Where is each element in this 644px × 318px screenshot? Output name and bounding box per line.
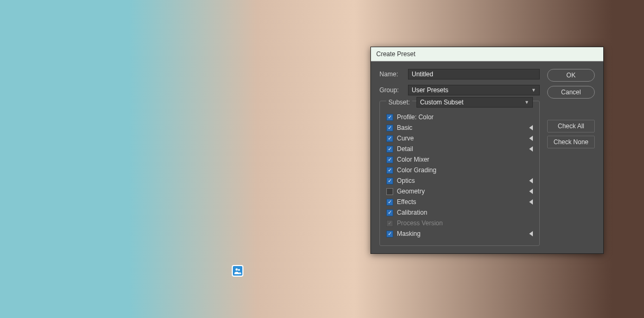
subset-item: ✓Basic [386, 122, 533, 133]
subset-select[interactable]: Custom Subset ▼ [416, 97, 533, 108]
subset-item: ✓Process Version [386, 218, 533, 228]
subset-checkbox[interactable]: ✓ [386, 146, 393, 153]
expand-triangle-icon[interactable] [529, 178, 533, 183]
subset-item-label: Optics [397, 177, 415, 184]
subset-item: ✓Color Mixer [386, 154, 533, 165]
cancel-button[interactable]: Cancel [547, 86, 595, 99]
subset-fieldset: Subset: Custom Subset ▼ ✓Profile: Color✓… [379, 101, 540, 246]
chevron-down-icon: ▼ [531, 87, 536, 93]
subset-checkbox[interactable]: ✓ [386, 125, 393, 131]
subset-item-label: Process Version [397, 219, 443, 227]
subset-item-label: Effects [397, 198, 416, 206]
expand-triangle-icon[interactable] [529, 146, 533, 152]
subset-item: ✓Effects [386, 197, 533, 207]
subset-checkbox[interactable]: ✓ [386, 167, 393, 174]
group-select[interactable]: User Presets ▼ [408, 85, 540, 95]
subset-item: Geometry [386, 186, 533, 197]
subset-item-label: Detail [397, 145, 413, 153]
name-input[interactable] [408, 69, 540, 80]
subset-item: ✓Detail [386, 144, 533, 154]
ok-button[interactable]: OK [547, 69, 595, 82]
subset-checkbox[interactable]: ✓ [386, 135, 393, 142]
subset-item-label: Calibration [397, 209, 427, 216]
expand-triangle-icon[interactable] [529, 136, 533, 141]
subset-item: ✓Masking [386, 228, 533, 239]
subset-item-label: Geometry [397, 188, 425, 195]
check-none-button[interactable]: Check None [547, 136, 595, 148]
dialog-title: Create Preset [371, 47, 603, 61]
subset-item: ✓Profile: Color [386, 112, 533, 122]
chevron-down-icon: ▼ [524, 100, 529, 105]
subset-item-label: Masking [397, 230, 421, 237]
subset-item-label: Profile: Color [397, 113, 433, 121]
subset-label: Subset: [386, 99, 412, 106]
expand-triangle-icon[interactable] [529, 231, 533, 236]
expand-triangle-icon[interactable] [529, 199, 533, 205]
subset-checkbox[interactable]: ✓ [386, 178, 393, 184]
subset-checkbox: ✓ [386, 220, 393, 227]
subset-checkbox[interactable] [386, 188, 393, 195]
subset-checkbox[interactable]: ✓ [386, 199, 393, 206]
people-overlay-icon[interactable] [232, 265, 243, 277]
subset-item-label: Curve [397, 135, 414, 142]
subset-select-value: Custom Subset [420, 99, 464, 106]
subset-item: ✓Calibration [386, 207, 533, 218]
subset-checkbox[interactable]: ✓ [386, 209, 393, 216]
subset-item-label: Color Grading [397, 166, 437, 174]
group-label: Group: [379, 86, 404, 94]
subset-item: ✓Curve [386, 133, 533, 144]
expand-triangle-icon[interactable] [529, 189, 533, 194]
svg-point-1 [238, 269, 240, 271]
subset-item: ✓Optics [386, 175, 533, 186]
subset-checkbox[interactable]: ✓ [386, 231, 393, 237]
check-all-button[interactable]: Check All [547, 120, 595, 132]
expand-triangle-icon[interactable] [529, 125, 533, 130]
group-select-value: User Presets [412, 86, 448, 94]
subset-item-label: Color Mixer [397, 156, 429, 163]
subset-checkbox[interactable]: ✓ [386, 156, 393, 163]
subset-checkbox[interactable]: ✓ [386, 114, 393, 121]
subset-item: ✓Color Grading [386, 165, 533, 175]
subset-item-label: Basic [397, 124, 412, 131]
svg-point-0 [235, 268, 238, 270]
create-preset-dialog: Create Preset Name: Group: User Presets … [370, 47, 604, 254]
name-label: Name: [379, 70, 404, 78]
